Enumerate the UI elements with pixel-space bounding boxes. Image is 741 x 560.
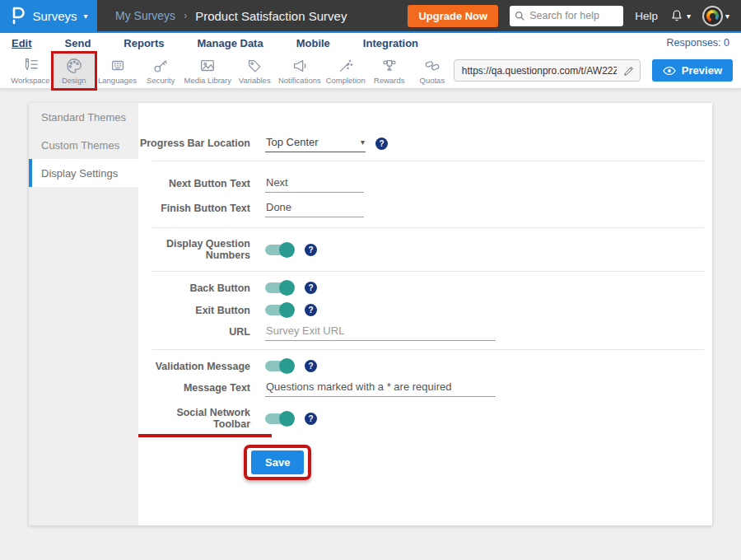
toolbar-item-security[interactable]: Security xyxy=(139,53,182,89)
help-icon[interactable]: ? xyxy=(305,282,317,294)
divider xyxy=(152,271,704,272)
survey-url-input[interactable] xyxy=(462,65,617,77)
next-button-text-row: Next Button Text xyxy=(138,175,712,193)
display-question-numbers-toggle[interactable] xyxy=(265,245,293,255)
toolbar-item-label: Workspace xyxy=(11,76,49,85)
breadcrumb: My Surveys › Product Satisfaction Survey xyxy=(115,9,347,23)
upgrade-now-button[interactable]: Upgrade Now xyxy=(408,5,498,27)
toolbar-item-variables[interactable]: Variables xyxy=(233,53,276,89)
divider xyxy=(152,227,704,228)
image-icon xyxy=(198,57,217,75)
next-button-text-input[interactable] xyxy=(265,175,364,193)
design-sidebar: Standard Themes Custom Themes Display Se… xyxy=(29,103,138,525)
toolbar-item-media-library[interactable]: Media Library xyxy=(182,53,233,89)
exit-button-row: Exit Button ? xyxy=(138,304,712,316)
help-search-box[interactable] xyxy=(510,6,623,26)
product-menu-label: Surveys xyxy=(32,9,77,23)
questionpro-logo-icon xyxy=(9,6,26,26)
toolbar-item-quotas[interactable]: Quotas xyxy=(411,53,454,89)
key-icon xyxy=(151,57,170,75)
chevron-down-icon: ▾ xyxy=(361,138,365,147)
toolbar-item-completion[interactable]: Completion xyxy=(323,53,367,89)
toolbar-item-workspace[interactable]: Workspace xyxy=(8,53,53,89)
notifications-menu[interactable]: ▾ xyxy=(669,8,691,23)
product-menu[interactable]: Surveys ▾ xyxy=(0,0,97,31)
save-button[interactable]: Save xyxy=(251,450,304,474)
chevron-down-icon: ▾ xyxy=(687,12,691,21)
sidebar-item-display-settings[interactable]: Display Settings xyxy=(29,159,138,187)
exit-url-input[interactable] xyxy=(265,323,496,341)
annotation-box: Save xyxy=(244,445,311,480)
toolbar-item-design[interactable]: Design xyxy=(53,53,96,89)
search-input[interactable] xyxy=(529,10,616,21)
tab-send[interactable]: Send xyxy=(65,37,91,49)
social-network-toolbar-row: Social Network Toolbar ? xyxy=(138,407,712,430)
selected-value: Top Center xyxy=(266,136,319,148)
magic-wand-icon xyxy=(337,57,355,75)
field-label: Finish Button Text xyxy=(138,203,265,214)
back-button-toggle[interactable] xyxy=(265,282,293,293)
design-settings-card: Standard Themes Custom Themes Display Se… xyxy=(29,103,712,525)
toolbar-item-label: Rewards xyxy=(374,76,405,85)
chain-links-icon xyxy=(423,57,441,75)
sidebar-item-standard-themes[interactable]: Standard Themes xyxy=(29,103,138,131)
sidebar-item-custom-themes[interactable]: Custom Themes xyxy=(29,131,138,159)
bell-icon xyxy=(669,8,684,23)
finish-button-text-row: Finish Button Text xyxy=(138,199,712,217)
toolbar-item-label: Quotas xyxy=(420,76,445,85)
help-icon[interactable]: ? xyxy=(305,244,317,256)
save-row: Save xyxy=(244,445,712,480)
tab-mobile[interactable]: Mobile xyxy=(296,37,330,49)
exit-button-toggle[interactable] xyxy=(265,305,293,315)
tab-integration[interactable]: Integration xyxy=(363,37,418,49)
divider xyxy=(152,161,704,161)
keyboard-icon xyxy=(109,57,127,75)
toolbar-item-label: Security xyxy=(147,76,175,85)
trophy-icon xyxy=(380,57,398,75)
account-menu[interactable]: ▾ xyxy=(702,6,729,26)
tab-manage-data[interactable]: Manage Data xyxy=(197,37,263,49)
toolbar-item-languages[interactable]: Languages xyxy=(96,53,140,89)
toolbar-item-label: Design xyxy=(62,76,86,85)
preview-button[interactable]: Preview xyxy=(652,59,733,82)
chevron-down-icon: ▾ xyxy=(725,12,729,21)
tab-edit[interactable]: Edit xyxy=(12,37,32,49)
toolbar-item-label: Languages xyxy=(98,76,137,85)
field-label: Display Question Numbers xyxy=(138,238,265,261)
social-network-toolbar-toggle[interactable] xyxy=(265,413,293,424)
design-palette-icon xyxy=(65,57,83,75)
workspace-icon xyxy=(21,57,40,75)
annotation-underline xyxy=(138,434,272,437)
edit-toolbar: Workspace Design Languages Security Medi… xyxy=(0,53,741,89)
tag-icon xyxy=(245,57,263,75)
field-label: Next Button Text xyxy=(138,178,265,189)
help-icon[interactable]: ? xyxy=(305,304,317,316)
pencil-icon xyxy=(623,65,635,77)
edit-url-button[interactable] xyxy=(622,63,636,78)
message-text-input[interactable] xyxy=(265,379,496,397)
toolbar-item-label: Notifications xyxy=(278,76,321,85)
progress-bar-location-row: Progress Bar Location Top Center ▾ ? xyxy=(138,134,712,152)
eye-icon xyxy=(663,66,676,76)
responses-count[interactable]: Responses: 0 xyxy=(667,37,729,49)
toolbar-item-notifications[interactable]: Notifications xyxy=(276,53,323,89)
megaphone-icon xyxy=(291,57,309,75)
toolbar-item-label: Completion xyxy=(326,76,366,85)
help-link[interactable]: Help xyxy=(635,10,658,22)
toolbar-item-label: Variables xyxy=(239,76,271,85)
display-settings-form: Progress Bar Location Top Center ▾ ? Nex… xyxy=(138,103,712,525)
help-icon[interactable]: ? xyxy=(305,360,317,372)
tab-reports[interactable]: Reports xyxy=(124,37,164,49)
toolbar-item-rewards[interactable]: Rewards xyxy=(368,53,411,89)
survey-url-box xyxy=(454,59,641,82)
breadcrumb-parent[interactable]: My Surveys xyxy=(115,9,175,22)
progress-bar-location-select[interactable]: Top Center ▾ xyxy=(265,134,366,152)
help-icon[interactable]: ? xyxy=(375,138,388,150)
help-icon[interactable]: ? xyxy=(305,413,317,425)
finish-button-text-input[interactable] xyxy=(265,199,364,217)
validation-message-toggle[interactable] xyxy=(265,361,293,371)
search-icon xyxy=(515,11,525,21)
exit-url-row: URL xyxy=(138,323,712,341)
chevron-down-icon: ▾ xyxy=(84,12,88,21)
field-label: Exit Button xyxy=(138,305,265,316)
